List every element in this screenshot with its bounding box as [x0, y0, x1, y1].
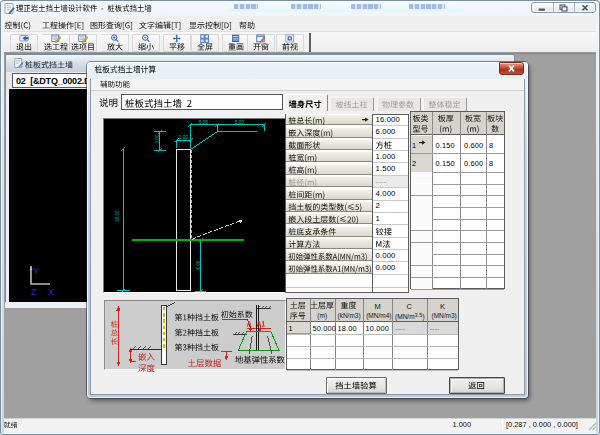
svg-text:5.00: 5.00 [199, 119, 208, 124]
svg-text:3.00: 3.00 [155, 134, 160, 143]
svg-text:1.00: 1.00 [179, 134, 188, 139]
svg-text:X: X [48, 287, 54, 297]
svg-text:16.00: 16.00 [115, 210, 120, 222]
svg-text:5.00: 5.00 [235, 119, 244, 124]
svg-text:Y: Y [33, 266, 39, 276]
svg-text:Z: Z [31, 287, 37, 297]
svg-text:6.00: 6.00 [196, 260, 201, 269]
